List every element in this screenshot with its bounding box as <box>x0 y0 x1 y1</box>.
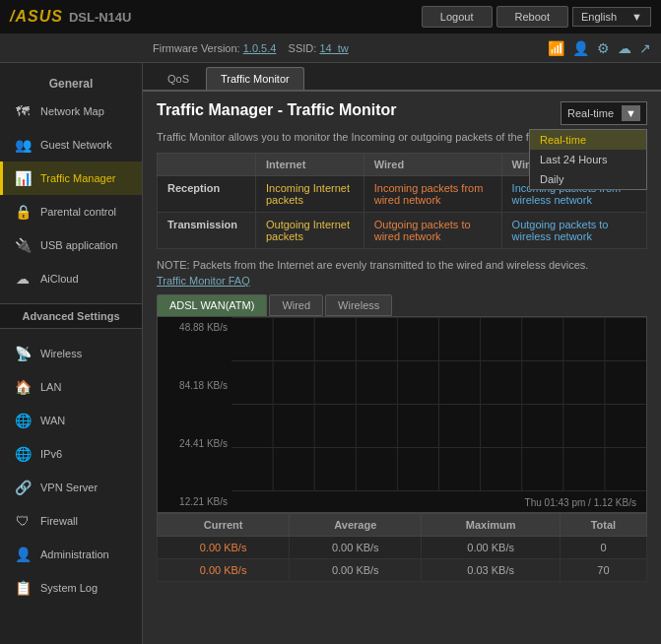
traffic-monitor-faq-link[interactable]: Traffic Monitor FAQ <box>157 275 250 287</box>
sidebar-item-guest-network[interactable]: 👥 Guest Network <box>0 128 142 161</box>
chart-tab-wireless[interactable]: Wireless <box>325 294 392 316</box>
dropdown-option-daily[interactable]: Daily <box>530 169 646 189</box>
wan-icon: 🌐 <box>13 411 33 430</box>
chart-y-label-top: 48.88 KB/s <box>162 322 228 333</box>
view-dropdown[interactable]: Real-time ▼ <box>561 101 647 125</box>
stats-row1-current: 0.00 KB/s <box>158 537 290 559</box>
sidebar-item-label: System Log <box>40 582 98 594</box>
table-header-internet: Internet <box>256 154 364 176</box>
logout-button[interactable]: Logout <box>422 6 493 28</box>
sidebar-item-usb-application[interactable]: 🔌 USB application <box>0 228 142 262</box>
stats-row2-total: 70 <box>560 559 646 582</box>
sidebar-item-vpn-server[interactable]: 🔗 VPN Server <box>0 471 142 504</box>
view-dropdown-arrow-icon: ▼ <box>622 105 640 121</box>
note-text: NOTE: Packets from the Internet are even… <box>157 259 647 271</box>
sidebar-item-network-map[interactable]: 🗺 Network Map <box>0 95 142 128</box>
stats-header-current: Current <box>158 514 290 537</box>
ssid-label: SSID: <box>289 42 317 54</box>
firmware-version[interactable]: 1.0.5.4 <box>243 42 277 54</box>
network-map-icon: 🗺 <box>13 101 33 121</box>
row-transmission-internet: Outgoing Internet packets <box>256 213 364 249</box>
stats-row1-average: 0.00 KB/s <box>290 537 422 559</box>
top-nav: Logout Reboot English ▼ <box>422 6 651 28</box>
lan-icon: 🏠 <box>13 377 33 397</box>
traffic-manager-icon: 📊 <box>13 168 33 188</box>
sidebar-item-label: Wireless <box>40 348 82 359</box>
vpn-server-icon: 🔗 <box>13 478 33 497</box>
logo-asus: /ASUS <box>10 8 63 26</box>
administration-icon: 👤 <box>13 545 33 564</box>
page-content: Traffic Manager - Traffic Monitor Real-t… <box>143 92 661 644</box>
usb-application-icon: 🔌 <box>13 235 33 255</box>
sidebar-item-firewall[interactable]: 🛡 Firewall <box>0 504 142 538</box>
table-header-wired: Wired <box>364 154 501 176</box>
sidebar-general-title: General <box>0 71 142 95</box>
row-transmission-wired: Outgoing packets to wired network <box>364 213 501 249</box>
sidebar-item-wireless[interactable]: 📡 Wireless <box>0 337 142 370</box>
settings-icon: ⚙ <box>597 40 610 56</box>
page-title: Traffic Manager - Traffic Monitor <box>157 101 397 119</box>
sidebar-item-traffic-manager[interactable]: 📊 Traffic Manager <box>0 161 142 195</box>
language-chevron-icon: ▼ <box>631 11 642 23</box>
chart-y-label-bottom: 12.21 KB/s <box>162 496 228 507</box>
tab-qos[interactable]: QoS <box>153 67 204 90</box>
sidebar-general-section: General 🗺 Network Map 👥 Guest Network 📊 … <box>0 63 142 299</box>
language-select[interactable]: English ▼ <box>572 7 651 27</box>
sidebar-item-administration[interactable]: 👤 Administration <box>0 538 142 571</box>
system-log-icon: 📋 <box>13 578 33 598</box>
sidebar: General 🗺 Network Map 👥 Guest Network 📊 … <box>0 63 143 644</box>
sidebar-item-label: Firewall <box>40 515 78 527</box>
top-bar: /ASUS DSL-N14U Logout Reboot English ▼ <box>0 0 661 33</box>
stats-header-total: Total <box>560 514 646 537</box>
sidebar-item-label: Traffic Manager <box>40 172 115 184</box>
view-dropdown-wrapper: Real-time ▼ Real-time Last 24 Hours Dail… <box>561 101 647 125</box>
stats-row1-maximum: 0.00 KB/s <box>422 537 561 559</box>
row-reception-internet: Incoming Internet packets <box>256 176 364 213</box>
sidebar-item-wan[interactable]: 🌐 WAN <box>0 404 142 437</box>
content-area: QoS Traffic Monitor Traffic Manager - Tr… <box>143 63 661 644</box>
main-layout: General 🗺 Network Map 👥 Guest Network 📊 … <box>0 63 661 644</box>
sidebar-item-system-log[interactable]: 📋 System Log <box>0 571 142 605</box>
reboot-button[interactable]: Reboot <box>496 6 568 28</box>
firmware-info: Firmware Version: 1.0.5.4 SSID: 14_tw <box>153 42 349 54</box>
sidebar-item-lan[interactable]: 🏠 LAN <box>0 370 142 404</box>
sidebar-item-label: USB application <box>40 239 117 251</box>
stats-row-1: 0.00 KB/s 0.00 KB/s 0.00 KB/s 0 <box>158 537 647 559</box>
sidebar-item-label: VPN Server <box>40 482 98 493</box>
stats-row1-total: 0 <box>560 537 646 559</box>
tab-bar: QoS Traffic Monitor <box>143 63 661 92</box>
chart-tab-bar: ADSL WAN(ATM) Wired Wireless <box>157 294 647 316</box>
cloud-icon: ☁ <box>618 40 631 56</box>
chart-grid-line-5 <box>231 490 646 491</box>
firmware-bar: Firmware Version: 1.0.5.4 SSID: 14_tw 📶 … <box>0 33 661 63</box>
sidebar-item-label: Guest Network <box>40 139 112 151</box>
firewall-icon: 🛡 <box>13 511 33 531</box>
logo-model: DSL-N14U <box>69 10 132 25</box>
firmware-label: Firmware Version: <box>153 42 240 54</box>
sidebar-item-label: WAN <box>40 415 65 426</box>
chart-tab-wired[interactable]: Wired <box>269 294 323 316</box>
sidebar-advanced-title: Advanced Settings <box>0 303 142 329</box>
sidebar-item-ipv6[interactable]: 🌐 IPv6 <box>0 437 142 471</box>
stats-row2-maximum: 0.03 KB/s <box>422 559 561 582</box>
sidebar-item-label: IPv6 <box>40 448 62 460</box>
chart-y-label-3: 24.41 KB/s <box>162 438 228 449</box>
ssid-value[interactable]: 14_tw <box>319 42 348 54</box>
logo: /ASUS DSL-N14U <box>10 8 131 26</box>
chart-y-label-2: 84.18 KB/s <box>162 380 228 391</box>
tab-traffic-monitor[interactable]: Traffic Monitor <box>206 67 304 90</box>
user-icon: 👤 <box>572 40 589 56</box>
view-dropdown-menu: Real-time Last 24 Hours Daily <box>529 129 647 190</box>
sidebar-item-label: LAN <box>40 381 61 393</box>
sidebar-item-parental-control[interactable]: 🔒 Parental control <box>0 195 142 228</box>
sidebar-item-aicloud[interactable]: ☁ AiCloud <box>0 262 142 295</box>
sidebar-item-label: Administration <box>40 548 109 560</box>
sidebar-advanced-section: 📡 Wireless 🏠 LAN 🌐 WAN 🌐 IPv6 🔗 VPN Serv… <box>0 329 142 609</box>
share-icon: ↗ <box>639 40 651 56</box>
chart-grid <box>231 317 646 490</box>
dropdown-option-realtime[interactable]: Real-time <box>530 130 646 150</box>
chart-tab-adsl[interactable]: ADSL WAN(ATM) <box>157 294 267 316</box>
row-reception-wired: Incoming packets from wired network <box>364 176 501 213</box>
dropdown-option-24hours[interactable]: Last 24 Hours <box>530 150 646 169</box>
stats-row-2: 0.00 KB/s 0.00 KB/s 0.03 KB/s 70 <box>158 559 647 582</box>
